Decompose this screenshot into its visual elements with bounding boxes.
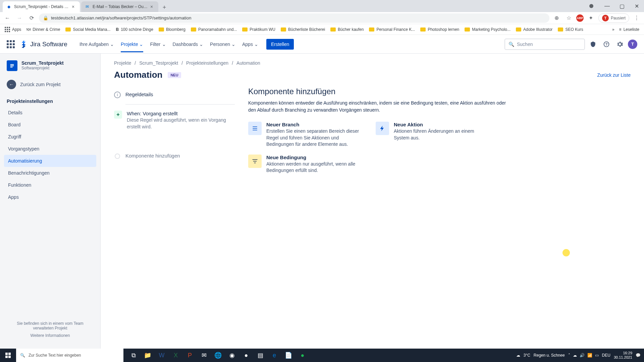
overflow-icon[interactable]: » (612, 27, 614, 32)
help-icon[interactable]: ? (601, 39, 612, 50)
rule-details-item[interactable]: Regeldetails (114, 87, 235, 103)
back-to-list-link[interactable]: Zurück zur Liste (597, 72, 631, 78)
sidebar-item-automation[interactable]: Automatisierung (4, 155, 96, 167)
settings-icon[interactable] (614, 39, 625, 50)
excel-icon[interactable]: X (169, 349, 182, 362)
nav-people[interactable]: Personen⌄ (207, 36, 238, 52)
word-icon[interactable]: W (155, 349, 168, 362)
nav-projects[interactable]: Projekte⌄ (118, 36, 146, 52)
bookmark-item[interactable]: Personal Finance K... (367, 26, 417, 33)
address-bar[interactable]: 🔒 testdeutsch1.atlassian.net/jira/softwa… (39, 13, 549, 23)
nav-apps[interactable]: Apps⌄ (239, 36, 261, 52)
adblock-icon[interactable]: ABP (576, 14, 584, 22)
bookmark-item[interactable]: Bücherliste Bücherei (279, 26, 327, 33)
close-window-button[interactable]: ✕ (629, 0, 644, 12)
nav-your-work[interactable]: Ihre Aufgaben⌄ (77, 36, 117, 52)
clock[interactable]: 16:29 30.11.2021 (614, 351, 632, 360)
profile-chip[interactable]: T Pausiert (598, 13, 629, 23)
create-button[interactable]: Erstellen (266, 39, 294, 50)
sidebar-item-features[interactable]: Funktionen (4, 179, 96, 191)
sidebar-item-issuetypes[interactable]: Vorgangstypen (4, 143, 96, 155)
sidebar-item-board[interactable]: Board (4, 119, 96, 131)
sidebar-item-access[interactable]: Zugriff (4, 131, 96, 143)
system-tray[interactable]: ˄ ☁ 🔊 📶 ▭ (568, 353, 599, 358)
explorer-icon[interactable]: 📁 (141, 349, 154, 362)
breadcrumb-item[interactable]: Projekte (114, 60, 131, 66)
onedrive-icon[interactable]: ☁ (573, 353, 577, 358)
volume-icon[interactable]: 🔊 (580, 353, 585, 358)
new-tab-button[interactable]: + (160, 3, 169, 12)
kebab-menu-icon[interactable]: ⋮ (632, 13, 641, 23)
chevron-up-icon[interactable]: ˄ (568, 353, 570, 358)
apps-shortcut[interactable]: Apps (3, 25, 23, 34)
search-placeholder: Suchen (517, 42, 533, 47)
forward-button[interactable]: → (15, 13, 24, 23)
breadcrumb-item[interactable]: Projekteinstellungen (186, 60, 228, 66)
app-icon[interactable]: ● (239, 349, 253, 362)
minimize-button[interactable]: — (600, 0, 614, 12)
back-button[interactable]: ← (3, 13, 12, 23)
browser-tab[interactable]: ✉ E-Mail – Tobias Becker – Outlook × (81, 1, 158, 12)
battery-icon[interactable]: ▭ (595, 353, 599, 358)
bookmark-item[interactable]: Panoramabahn und... (189, 26, 239, 33)
search-input[interactable]: 🔍 Suchen (504, 39, 585, 50)
breadcrumb-item[interactable]: Automation (236, 60, 260, 66)
branch-icon (248, 122, 262, 135)
jira-favicon: ◆ (6, 4, 11, 9)
tab-title: Scrum_Testprojekt - Details - Jira (14, 4, 69, 9)
extensions-icon[interactable]: ✦ (586, 13, 596, 23)
reading-list[interactable]: ≡Leseliste (617, 26, 641, 33)
taskbar-search[interactable]: 🔍 Zur Suche Text hier eingeben (16, 349, 123, 362)
close-icon[interactable]: × (72, 4, 76, 9)
notifications-icon[interactable] (588, 39, 598, 50)
wifi-icon[interactable]: 📶 (587, 353, 592, 358)
bookmark-item[interactable]: SEO Kurs (556, 26, 585, 33)
sidebar-item-apps[interactable]: Apps (4, 191, 96, 203)
nav-dashboards[interactable]: Dashboards⌄ (170, 36, 206, 52)
nav-filters[interactable]: Filter⌄ (147, 36, 168, 52)
account-indicator[interactable] (585, 0, 600, 12)
maximize-button[interactable]: ▢ (614, 0, 629, 12)
user-avatar[interactable]: T (628, 40, 637, 49)
notepad-icon[interactable]: 📄 (282, 349, 295, 362)
bookmark-item[interactable]: Praktikum WU (240, 26, 277, 33)
bookmark-item[interactable]: Social Media Mana... (63, 26, 112, 33)
breadcrumb-item[interactable]: Scrum_Testprojekt (139, 60, 178, 66)
weather-icon[interactable]: ☁ (516, 353, 520, 358)
sidebar-item-notifications[interactable]: Benachrichtigungen (4, 167, 96, 179)
option-new-condition[interactable]: Neue BedingungAktionen werden nur ausgef… (248, 155, 362, 174)
bookmark-star-icon[interactable]: ☆ (564, 13, 574, 23)
close-icon[interactable]: × (150, 4, 155, 9)
rule-trigger-item[interactable]: + When: Vorgang erstellt Diese Regel wir… (114, 106, 235, 135)
chrome-icon[interactable]: 🌐 (211, 349, 225, 362)
language-indicator[interactable]: DEU (602, 353, 610, 358)
obs-icon[interactable]: ◉ (225, 349, 239, 362)
powerpoint-icon[interactable]: P (183, 349, 197, 362)
reload-button[interactable]: ⟳ (27, 13, 36, 23)
project-header[interactable]: Scrum_Testprojekt Softwareprojekt (4, 60, 96, 76)
bookmark-item[interactable]: B100 schöne Dinge (114, 26, 155, 33)
notifications-tray-icon[interactable]: 💬 (636, 353, 641, 358)
app-icon[interactable]: ▤ (254, 349, 267, 362)
bookmark-item[interactable]: Adobe Illustrator (514, 26, 554, 33)
bookmark-item[interactable]: 🍽Dinner & Crime (24, 26, 62, 33)
start-button[interactable] (0, 349, 16, 362)
spotify-icon[interactable]: ● (296, 349, 309, 362)
zoom-icon[interactable]: ⊕ (552, 13, 561, 23)
edge-icon[interactable]: e (268, 349, 281, 362)
bookmark-item[interactable]: Bücher kaufen (328, 26, 366, 33)
bookmark-item[interactable]: Bloomberg (157, 26, 187, 33)
bookmark-item[interactable]: Photoshop lernen (418, 26, 461, 33)
option-new-branch[interactable]: Neuer BranchErstellen Sie einen separate… (248, 122, 362, 148)
sidebar-item-details[interactable]: Details (4, 107, 96, 119)
sidebar-footer-link[interactable]: Weitere Informationen (8, 333, 92, 338)
mail-icon[interactable]: ✉ (197, 349, 211, 362)
task-view-icon[interactable]: ⧉ (127, 349, 140, 362)
bookmark-item[interactable]: Marketing Psycholo... (463, 26, 513, 33)
browser-tab-active[interactable]: ◆ Scrum_Testprojekt - Details - Jira × (3, 1, 80, 12)
add-component-item[interactable]: Komponente hinzufügen (114, 148, 235, 164)
jira-logo[interactable]: Jira Software (20, 40, 67, 48)
back-to-project[interactable]: ← Zurück zum Projekt (4, 76, 96, 93)
app-switcher-icon[interactable] (7, 40, 15, 48)
option-new-action[interactable]: Neue AktionAktionen führen Änderungen an… (376, 122, 490, 148)
